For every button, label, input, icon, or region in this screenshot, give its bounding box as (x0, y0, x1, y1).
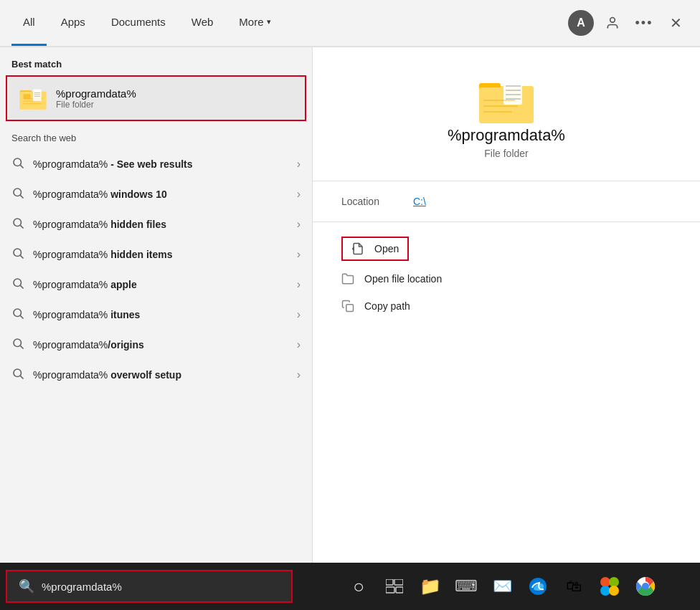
copy-path-icon (341, 300, 354, 313)
avatar[interactable]: A (568, 10, 594, 36)
best-match-item[interactable]: %programdata% File folder (6, 75, 306, 121)
task-view-icon[interactable] (378, 570, 411, 603)
result-text: %programdata% hidden files (33, 219, 288, 230)
result-text: %programdata% - See web results (33, 158, 288, 170)
mail-icon[interactable]: ✉️ (486, 570, 519, 603)
best-match-text: %programdata% File folder (56, 87, 136, 110)
svg-point-51 (609, 586, 619, 596)
svg-point-48 (600, 577, 610, 587)
svg-rect-8 (33, 90, 42, 102)
tab-apps[interactable]: Apps (49, 0, 97, 46)
svg-point-54 (643, 583, 649, 590)
tab-documents[interactable]: Documents (100, 0, 177, 46)
left-panel: Best match (0, 47, 313, 563)
svg-point-0 (610, 18, 615, 23)
svg-point-20 (14, 279, 22, 287)
store-icon[interactable]: 🛍 (557, 570, 590, 603)
search-icon-sm (11, 307, 24, 323)
result-text: %programdata% windows 10 (33, 189, 288, 200)
keyboard-icon[interactable]: ⌨ (450, 570, 483, 603)
tab-web[interactable]: Web (180, 0, 225, 46)
taskbar: 🔍 %programdata% ○ 📁 ⌨ ✉️ (0, 563, 700, 610)
taskbar-search-text: %programdata% (42, 581, 122, 593)
search-result-row[interactable]: %programdata% hidden items› (0, 239, 312, 270)
search-icon-sm (11, 216, 24, 232)
best-match-subtitle: File folder (56, 100, 136, 110)
open-file-location-label: Open file location (364, 273, 442, 285)
chevron-right-icon: › (297, 218, 301, 231)
search-result-row[interactable]: %programdata% overwolf setup› (0, 360, 312, 390)
svg-line-27 (20, 376, 23, 378)
search-nav: All Apps Documents Web More ▾ A ••• (0, 0, 700, 47)
search-result-row[interactable]: %programdata% hidden files› (0, 209, 312, 239)
svg-rect-42 (346, 305, 354, 312)
location-label: Location (341, 196, 399, 207)
copy-path-label: Copy path (364, 300, 410, 312)
best-match-label: Best match (0, 47, 312, 75)
web-search-label: Search the web (0, 121, 312, 149)
search-icon-sm (11, 337, 24, 353)
file-explorer-icon[interactable]: 📁 (414, 570, 447, 603)
location-value[interactable]: C:\ (413, 196, 426, 207)
taskbar-search-box[interactable]: 🔍 %programdata% (6, 570, 293, 603)
chevron-down-icon: ▾ (267, 17, 271, 27)
right-actions: Open Open file location Copy path (313, 222, 700, 330)
svg-line-19 (20, 255, 23, 258)
svg-point-22 (14, 309, 22, 317)
svg-line-23 (20, 315, 23, 318)
result-text: %programdata% hidden items (33, 249, 288, 260)
best-match-title: %programdata% (56, 87, 136, 100)
folder-icon (19, 85, 47, 111)
photos-icon[interactable] (593, 570, 626, 603)
svg-rect-4 (24, 94, 31, 99)
close-icon[interactable]: ✕ (663, 10, 689, 36)
chrome-icon[interactable] (629, 570, 662, 603)
search-icon-sm (11, 186, 24, 202)
svg-point-49 (609, 577, 619, 587)
search-icon-sm (11, 156, 24, 172)
more-options-icon[interactable]: ••• (631, 10, 657, 36)
svg-line-15 (20, 195, 23, 198)
copy-path-action[interactable]: Copy path (341, 297, 671, 315)
tab-all[interactable]: All (11, 0, 47, 46)
location-row: Location C:\ (341, 196, 671, 207)
taskbar-icons: ○ 📁 ⌨ ✉️ 🛍 (304, 570, 700, 603)
search-icon-sm (11, 367, 24, 383)
open-file-location-action[interactable]: Open file location (341, 270, 671, 288)
search-result-row[interactable]: %programdata% windows 10› (0, 179, 312, 209)
chevron-right-icon: › (297, 158, 301, 171)
nav-right: A ••• ✕ (568, 10, 689, 36)
result-text: %programdata% overwolf setup (33, 369, 288, 381)
edge-icon[interactable] (521, 570, 554, 603)
result-text: %programdata% itunes (33, 309, 288, 320)
open-label: Open (374, 243, 399, 254)
search-result-row[interactable]: %programdata%/origins› (0, 330, 312, 360)
right-folder-icon (478, 76, 535, 126)
tab-more[interactable]: More ▾ (227, 0, 282, 46)
search-result-row[interactable]: %programdata% itunes› (0, 300, 312, 330)
open-action[interactable]: Open (341, 237, 409, 261)
chevron-right-icon: › (297, 188, 301, 201)
chevron-right-icon: › (297, 278, 301, 291)
chevron-right-icon: › (297, 248, 301, 261)
open-icon (351, 242, 364, 255)
right-top: %programdata% File folder (313, 47, 700, 181)
right-subtitle: File folder (484, 148, 528, 159)
svg-line-13 (20, 165, 23, 168)
nav-tabs: All Apps Documents Web More ▾ (11, 0, 283, 46)
result-text: %programdata%/origins (33, 339, 288, 351)
svg-rect-45 (386, 587, 394, 593)
svg-line-25 (20, 345, 23, 348)
person-icon[interactable] (600, 10, 625, 36)
result-text: %programdata% apple (33, 279, 288, 290)
search-result-row[interactable]: %programdata% - See web results› (0, 149, 312, 179)
cortana-icon[interactable]: ○ (342, 570, 375, 603)
chevron-right-icon: › (297, 308, 301, 321)
svg-line-17 (20, 225, 23, 228)
svg-point-18 (14, 249, 22, 257)
search-results: %programdata% - See web results›%program… (0, 149, 312, 390)
search-result-row[interactable]: %programdata% apple› (0, 270, 312, 300)
open-file-location-icon (341, 272, 354, 285)
right-panel: %programdata% File folder Location C:\ O… (313, 47, 700, 563)
svg-rect-44 (394, 579, 403, 585)
